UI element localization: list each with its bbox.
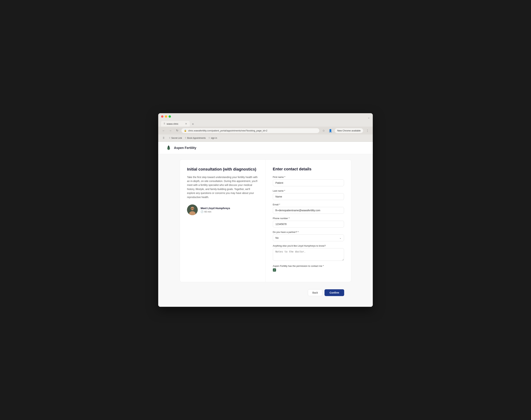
bookmark-label-1: Secret Link bbox=[171, 137, 182, 139]
phone-label: Phone number * bbox=[273, 217, 344, 220]
page-content: Aspen Fertility Initial consultation (wi… bbox=[158, 142, 373, 307]
consultation-title: Initial consultation (with diagnostics) bbox=[187, 167, 258, 172]
tab-title: wawa clinic bbox=[167, 122, 178, 125]
bookmark-secret-link[interactable]: ⠿ Secret Link bbox=[169, 137, 182, 139]
last-name-group: Last name * bbox=[273, 189, 344, 200]
doctor-details: Meet Lloyd Humphreys 🕐 60 min bbox=[201, 207, 230, 213]
back-nav-button[interactable]: ← bbox=[161, 128, 166, 133]
forward-nav-button[interactable]: → bbox=[168, 128, 173, 133]
bookmarks-bar: ⠿ ⠿ Secret Link ⠿ Book Appointments ⠿ si… bbox=[158, 135, 373, 142]
permission-checkbox[interactable]: ✓ bbox=[273, 268, 276, 272]
minimize-button[interactable] bbox=[165, 115, 167, 118]
permission-label: Aspen Fertility has the permission to co… bbox=[273, 265, 344, 267]
email-input[interactable] bbox=[273, 207, 344, 214]
bookmark-signin[interactable]: ⠿ sign in bbox=[209, 137, 217, 139]
phone-input[interactable] bbox=[273, 221, 344, 227]
chrome-update-text: New Chrome available bbox=[337, 129, 361, 132]
doctor-name: Meet Lloyd Humphreys bbox=[201, 207, 230, 210]
form-title: Enter contact details bbox=[273, 167, 344, 171]
bookmark-icon-2: ⠿ bbox=[185, 137, 186, 139]
svg-point-5 bbox=[193, 209, 194, 210]
bookmark-label-3: sign in bbox=[211, 137, 217, 139]
bookmark-icon-3: ⠿ bbox=[209, 137, 210, 139]
email-group: Email * bbox=[273, 203, 344, 214]
doctor-avatar bbox=[187, 204, 198, 215]
tab-close-button[interactable]: ✕ bbox=[185, 122, 187, 125]
chrome-update-banner[interactable]: New Chrome available bbox=[335, 128, 363, 133]
bookmark-icon-1: ⠿ bbox=[169, 137, 170, 139]
doctor-info: Meet Lloyd Humphreys 🕐 60 min bbox=[187, 204, 258, 215]
fullscreen-button[interactable] bbox=[169, 115, 171, 118]
bookmark-label-2: Book Appointments bbox=[187, 137, 206, 139]
bookmark-appointments[interactable]: ⠿ Book Appointments bbox=[185, 137, 206, 139]
bookmark-star-button[interactable]: ☆ bbox=[321, 128, 326, 133]
active-tab[interactable]: ⠿ wawa clinic ✕ bbox=[161, 121, 190, 127]
doctor-duration: 🕐 60 min bbox=[201, 210, 230, 213]
tabs-row: ⠿ wawa clinic ✕ + bbox=[161, 121, 370, 127]
browser-window: ⌄ ⠿ wawa clinic ✕ + ← → ↻ 🔒 clinic.wawaf… bbox=[158, 113, 373, 307]
phone-group: Phone number * bbox=[273, 217, 344, 227]
notes-group: Anything else you'd like Lloyd Humphreys… bbox=[273, 244, 344, 261]
partner-select[interactable]: No Yes bbox=[273, 234, 344, 241]
title-bar: ⌄ ⠿ wawa clinic ✕ + bbox=[158, 113, 373, 127]
partner-label: Do you have a partner? * bbox=[273, 231, 344, 233]
footer-actions: Back Confirm bbox=[180, 286, 351, 301]
refresh-button[interactable]: ↻ bbox=[175, 128, 180, 133]
traffic-lights bbox=[161, 115, 171, 118]
site-logo-icon bbox=[165, 145, 172, 151]
confirm-button[interactable]: Confirm bbox=[324, 289, 344, 296]
site-header: Aspen Fertility bbox=[158, 142, 373, 154]
address-bar: ← → ↻ 🔒 clinic.wawafertility.com/patient… bbox=[158, 127, 373, 135]
apps-button[interactable]: ⠿ bbox=[161, 135, 166, 141]
tab-favicon: ⠿ bbox=[164, 122, 165, 125]
permission-group: Aspen Fertility has the permission to co… bbox=[273, 265, 344, 272]
last-name-label: Last name * bbox=[273, 189, 344, 192]
right-panel: Enter contact details First name * Last … bbox=[266, 160, 351, 282]
last-name-input[interactable] bbox=[273, 193, 344, 200]
first-name-group: First name * bbox=[273, 176, 344, 186]
first-name-label: First name * bbox=[273, 176, 344, 178]
notes-textarea[interactable] bbox=[273, 248, 344, 261]
url-text: clinic.wawafertility.com/patient_portal/… bbox=[188, 129, 267, 132]
site-name: Aspen Fertility bbox=[174, 146, 196, 150]
main-container: Initial consultation (with diagnostics) … bbox=[176, 154, 355, 307]
notes-label: Anything else you'd like Lloyd Humphreys… bbox=[273, 244, 344, 247]
clock-icon: 🕐 bbox=[201, 210, 203, 213]
partner-group: Do you have a partner? * No Yes ⌄ bbox=[273, 231, 344, 241]
expand-icon[interactable]: ⌄ bbox=[368, 116, 370, 119]
consultation-description: Take the first step toward understanding… bbox=[187, 175, 258, 199]
email-label: Email * bbox=[273, 203, 344, 206]
close-button[interactable] bbox=[161, 115, 163, 118]
new-tab-button[interactable]: + bbox=[190, 122, 195, 127]
back-button[interactable]: Back bbox=[308, 289, 322, 296]
partner-select-wrapper: No Yes ⌄ bbox=[273, 234, 344, 241]
secure-icon: 🔒 bbox=[184, 129, 187, 132]
first-name-input[interactable] bbox=[273, 180, 344, 186]
permission-row: ✓ bbox=[273, 268, 344, 272]
browser-menu-button[interactable]: ⋮ bbox=[365, 128, 370, 133]
booking-card: Initial consultation (with diagnostics) … bbox=[180, 159, 351, 282]
svg-point-4 bbox=[191, 209, 192, 210]
url-bar[interactable]: 🔒 clinic.wawafertility.com/patient_porta… bbox=[181, 128, 319, 133]
duration-text: 60 min bbox=[204, 210, 211, 213]
account-button[interactable]: 👤 bbox=[328, 128, 333, 133]
left-panel: Initial consultation (with diagnostics) … bbox=[180, 160, 266, 282]
